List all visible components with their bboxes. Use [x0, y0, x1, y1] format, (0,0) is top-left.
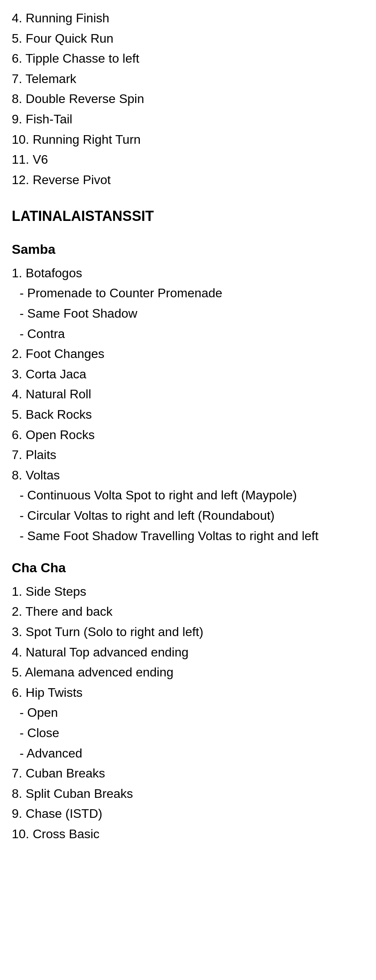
list-item: 8. Voltas [12, 466, 364, 485]
list-item: 8. Double Reverse Spin [12, 89, 364, 109]
list-item: 12. Reverse Pivot [12, 170, 364, 190]
list-item: - Same Foot Shadow Travelling Voltas to … [12, 526, 364, 546]
list-item: 11. V6 [12, 150, 364, 170]
list-item: 3. Spot Turn (Solo to right and left) [12, 622, 364, 642]
list-item: 9. Chase (ISTD) [12, 804, 364, 824]
list-item: 4. Running Finish [12, 9, 364, 28]
list-item: - Promenade to Counter Promenade [12, 284, 364, 303]
list-item: - Same Foot Shadow [12, 304, 364, 324]
list-item: 1. Side Steps [12, 582, 364, 602]
list-item: 10. Cross Basic [12, 825, 364, 844]
list-item: 1. Botafogos [12, 264, 364, 283]
list-item: - Circular Voltas to right and left (Rou… [12, 506, 364, 526]
list-item: 7. Plaits [12, 445, 364, 465]
cha-cha-header: Cha Cha [12, 557, 364, 578]
samba-header: Samba [12, 239, 364, 260]
list-item: 5. Back Rocks [12, 405, 364, 425]
samba-list: 1. Botafogos - Promenade to Counter Prom… [12, 264, 364, 546]
list-item: 8. Split Cuban Breaks [12, 784, 364, 804]
list-item: 7. Telemark [12, 69, 364, 89]
list-item: 6. Tipple Chasse to left [12, 49, 364, 69]
list-item: 7. Cuban Breaks [12, 764, 364, 783]
list-item: 4. Natural Roll [12, 385, 364, 404]
latin-section-header: LATINALAISTANSSIT [12, 205, 364, 227]
list-item: - Close [12, 723, 364, 743]
list-item: - Contra [12, 324, 364, 344]
list-item: 2. There and back [12, 602, 364, 622]
top-list: 4. Running Finish 5. Four Quick Run 6. T… [12, 9, 364, 190]
list-item: 6. Hip Twists [12, 683, 364, 703]
list-item: 6. Open Rocks [12, 425, 364, 445]
list-item: - Open [12, 703, 364, 723]
list-item: - Continuous Volta Spot to right and lef… [12, 486, 364, 505]
list-item: 5. Alemana advenced ending [12, 663, 364, 682]
cha-cha-list: 1. Side Steps 2. There and back 3. Spot … [12, 582, 364, 844]
list-item: 4. Natural Top advanced ending [12, 643, 364, 662]
list-item: 3. Corta Jaca [12, 365, 364, 384]
list-item: - Advanced [12, 744, 364, 763]
list-item: 5. Four Quick Run [12, 29, 364, 49]
list-item: 2. Foot Changes [12, 344, 364, 364]
list-item: 10. Running Right Turn [12, 130, 364, 150]
list-item: 9. Fish-Tail [12, 110, 364, 129]
